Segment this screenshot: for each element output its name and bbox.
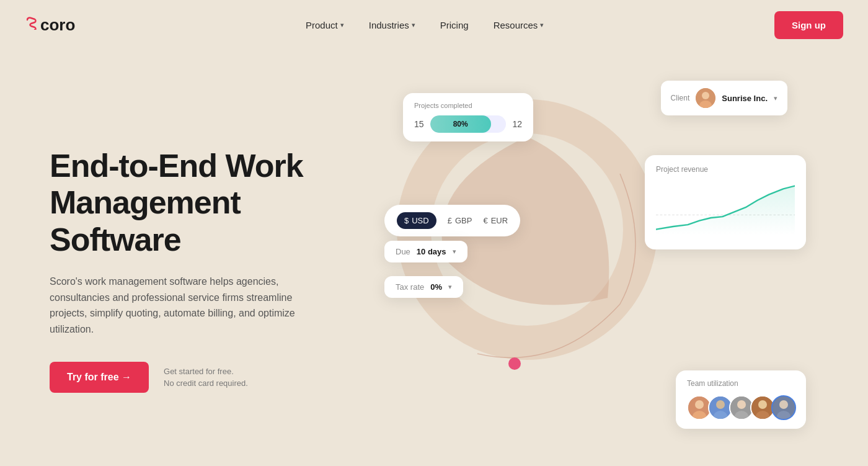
nav-item-product[interactable]: Product ▾: [296, 15, 354, 35]
hero-left: End-to-End Work Management Software Scor…: [50, 148, 347, 393]
hero-description: Scoro's work management software helps a…: [50, 274, 310, 337]
chevron-down-icon: ▾: [448, 283, 452, 291]
dollar-icon: $: [404, 216, 409, 225]
due-value: 10 days: [417, 247, 446, 256]
hero-actions: Try for free → Get started for free. No …: [50, 362, 347, 393]
card-projects: Projects completed 15 80% 12: [403, 93, 533, 141]
projects-card-title: Projects completed: [414, 102, 522, 109]
svg-point-11: [716, 400, 725, 409]
bar-track: 80%: [430, 115, 507, 133]
card-due[interactable]: Due 10 days ▾: [384, 241, 467, 262]
svg-point-17: [758, 400, 767, 409]
chevron-down-icon: ▾: [412, 21, 415, 29]
client-label: Client: [671, 94, 690, 102]
tax-value: 0%: [430, 282, 442, 292]
logo-wordmark: coro: [40, 16, 75, 35]
pink-dot: [508, 357, 521, 370]
signup-button[interactable]: Sign up: [774, 11, 843, 39]
svg-point-14: [737, 400, 746, 409]
card-currency[interactable]: $ USD £ GBP € EUR: [384, 205, 520, 236]
navbar: coro Product ▾ Industries ▾ Pricing Reso…: [0, 0, 868, 50]
hero-right: Projects completed 15 80% 12 Client: [347, 74, 818, 466]
pound-icon: £: [448, 216, 452, 225]
hero-section: End-to-End Work Management Software Scor…: [0, 50, 868, 466]
hero-title: End-to-End Work Management Software: [50, 148, 347, 259]
svg-marker-6: [656, 186, 795, 235]
due-label: Due: [396, 247, 410, 256]
bar-pct: 80%: [453, 120, 468, 128]
tax-label: Tax rate: [396, 282, 424, 292]
logo[interactable]: coro: [25, 16, 75, 35]
logo-icon: [25, 16, 38, 34]
team-avatar-5: [771, 395, 796, 420]
nav-item-pricing[interactable]: Pricing: [430, 15, 479, 35]
nav-item-resources[interactable]: Resources ▾: [484, 15, 554, 35]
team-avatars: [687, 395, 795, 420]
currency-usd[interactable]: $ USD: [397, 212, 436, 229]
nav-item-industries[interactable]: Industries ▾: [359, 15, 425, 35]
team-title: Team utilization: [687, 379, 795, 388]
svg-point-3: [702, 92, 709, 99]
hero-note: Get started for free. No credit card req…: [164, 365, 248, 390]
bar-fill: 80%: [430, 115, 491, 133]
revenue-chart: [656, 181, 795, 237]
chevron-down-icon: ▾: [540, 21, 544, 29]
chevron-down-icon: ▾: [340, 21, 344, 29]
svg-point-20: [779, 400, 788, 409]
try-free-button[interactable]: Try for free →: [50, 362, 149, 393]
currency-gbp[interactable]: £ GBP: [448, 216, 472, 225]
currency-eur[interactable]: € EUR: [483, 216, 508, 225]
card-tax[interactable]: Tax rate 0% ▾: [384, 276, 463, 298]
bar-right-num: 12: [512, 119, 522, 129]
svg-point-8: [695, 400, 704, 409]
euro-icon: €: [483, 216, 487, 225]
projects-bar: 15 80% 12: [414, 115, 522, 133]
chevron-down-icon: ▾: [774, 94, 777, 102]
card-team: Team utilization: [676, 370, 806, 429]
client-avatar: [696, 88, 715, 108]
bar-left-num: 15: [414, 119, 424, 129]
chevron-down-icon: ▾: [453, 248, 456, 256]
client-name: Sunrise Inc.: [722, 94, 768, 103]
nav-links: Product ▾ Industries ▾ Pricing Resources…: [296, 15, 554, 35]
card-revenue: Project revenue: [645, 155, 806, 249]
revenue-title: Project revenue: [656, 165, 795, 174]
card-client[interactable]: Client Sunrise Inc. ▾: [661, 81, 787, 115]
